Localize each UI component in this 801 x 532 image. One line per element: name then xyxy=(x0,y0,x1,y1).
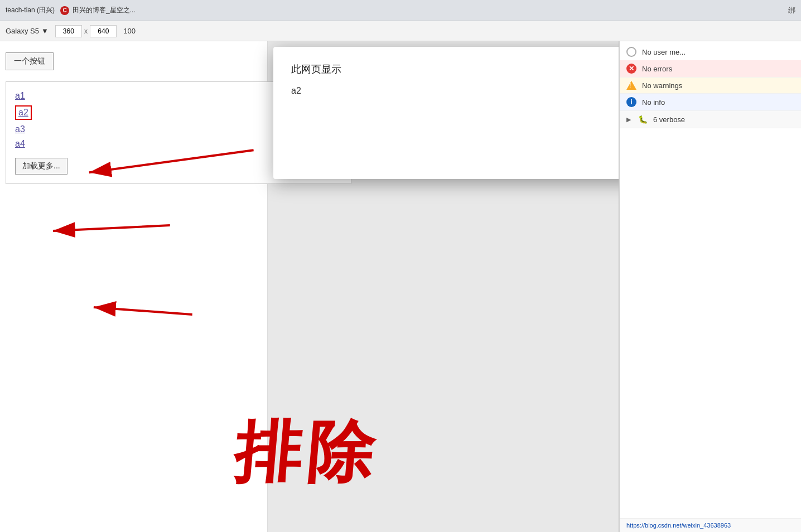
no-info-label: No info xyxy=(642,98,665,107)
no-user-messages-label: No user me... xyxy=(642,48,686,56)
devtools-toolbar: Galaxy S5 ▼ x 100 xyxy=(0,21,801,41)
main-area: 一个按钮 a1 a2 a3 a4 加载更多... xyxy=(0,41,801,532)
tab2-label: 田兴的博客_星空之... xyxy=(73,6,136,15)
device-dropdown-icon[interactable]: ▼ xyxy=(41,27,49,35)
devtools-bottom-url: https://blog.csdn.net/weixin_43638963 xyxy=(620,518,801,532)
user-msg-icon xyxy=(626,47,636,57)
alert-dialog: 此网页显示 a2 确定 xyxy=(273,47,619,179)
no-errors-label: No errors xyxy=(642,65,672,73)
browser-toolbar: teach-tian (田兴) C 田兴的博客_星空之... 绑 xyxy=(0,0,801,21)
no-errors-item[interactable]: ✕ No errors xyxy=(620,60,801,78)
console-items: No user me... ✕ No errors No warnings i … xyxy=(620,41,801,518)
verbose-icon: 🐛 xyxy=(638,114,648,124)
error-icon: ✕ xyxy=(626,64,636,74)
dialog-message: a2 xyxy=(291,86,619,96)
no-warnings-label: No warnings xyxy=(642,81,682,90)
no-user-messages-item: No user me... xyxy=(620,43,801,60)
chevron-right-icon: ▶ xyxy=(626,116,631,123)
dialog-footer: 确定 xyxy=(291,141,619,163)
extra-label: 绑 xyxy=(788,6,795,16)
height-input[interactable] xyxy=(90,25,117,37)
info-icon: i xyxy=(626,97,636,107)
dimension-cross: x xyxy=(84,27,88,35)
devtools-panel: No user me... ✕ No errors No warnings i … xyxy=(619,41,801,532)
width-input[interactable] xyxy=(55,25,82,37)
zoom-value: 100 xyxy=(123,27,136,35)
no-warnings-item[interactable]: No warnings xyxy=(620,78,801,94)
dialog-overlay: 此网页显示 a2 确定 xyxy=(0,41,619,532)
csdn-icon: C xyxy=(60,6,69,15)
tab1[interactable]: teach-tian (田兴) xyxy=(6,6,55,15)
verbose-label: 6 verbose xyxy=(653,115,685,124)
device-name: Galaxy S5 xyxy=(6,27,39,35)
device-selector[interactable]: Galaxy S5 ▼ xyxy=(6,27,49,35)
verbose-item[interactable]: ▶ 🐛 6 verbose xyxy=(620,111,801,128)
no-info-item[interactable]: i No info xyxy=(620,94,801,111)
tab2[interactable]: C 田兴的博客_星空之... xyxy=(60,6,136,15)
warning-icon xyxy=(626,81,636,90)
dialog-title: 此网页显示 xyxy=(291,62,619,76)
tab1-label: teach-tian (田兴) xyxy=(6,6,55,15)
dimension-inputs: x xyxy=(55,25,117,37)
viewport-panel: 一个按钮 a1 a2 a3 a4 加载更多... xyxy=(0,41,619,532)
